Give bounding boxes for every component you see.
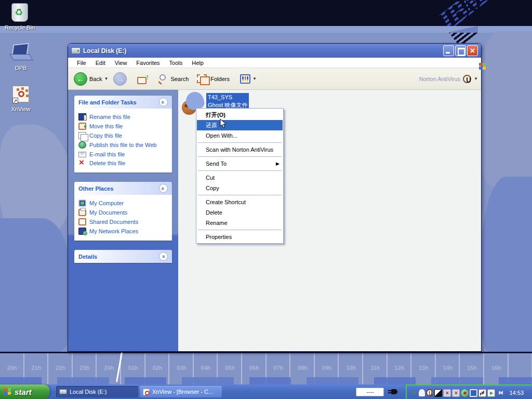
place-shared-documents[interactable]: Shared Documents	[78, 217, 169, 227]
folders-button[interactable]: Folders	[194, 73, 232, 85]
chevron-up-icon[interactable]: «	[159, 98, 168, 107]
submenu-arrow-icon: ▶	[276, 161, 280, 167]
task-email-this-file[interactable]: E-mail this file	[78, 150, 169, 158]
signal-error-tray-icon[interactable]: ×	[478, 389, 486, 397]
desktop: IBM 20h 21h 22h 23h 24h 01h 02h 03h 04h …	[0, 0, 532, 399]
menu-file[interactable]: File	[72, 59, 91, 67]
context-menu-item-open[interactable]: 打开(O)	[197, 110, 283, 120]
wallpaper-map-shape	[478, 31, 532, 187]
drive-icon	[59, 389, 67, 394]
window-title: Local Disk (E:)	[83, 47, 442, 55]
move-icon	[78, 123, 86, 130]
timezone-labels: 20h 21h 22h 23h 24h 01h 02h 03h 04h 05h …	[0, 365, 532, 371]
search-button[interactable]: Search	[155, 72, 191, 86]
publish-web-icon	[78, 141, 86, 149]
toolbar: ← Back ▼ → ↑ Search Folders	[68, 68, 481, 90]
desktop-icon-xnview[interactable]: ↗ XnView	[1, 85, 41, 112]
wallpaper-wedge	[447, 26, 478, 33]
taskbar-button-local-disk[interactable]: Local Disk (E:)	[56, 386, 138, 397]
details-header[interactable]: Details «	[74, 250, 172, 263]
chevron-down-icon[interactable]: «	[159, 252, 168, 261]
menu-separator	[198, 230, 282, 230]
email-icon	[78, 152, 86, 157]
context-menu-item-send-to[interactable]: Send To ▶	[197, 158, 283, 169]
network-disconnected-tray-icon[interactable]: ×	[452, 389, 460, 397]
details-box: Details «	[74, 250, 172, 263]
place-my-network-places[interactable]: My Network Places	[78, 227, 169, 236]
menu-tools[interactable]: Tools	[165, 59, 188, 67]
display-tray-icon[interactable]	[470, 389, 477, 397]
selected-file-label[interactable]: T43_SYS Ghost 映像文件	[206, 93, 249, 110]
copy-icon	[78, 132, 86, 139]
delete-icon	[78, 159, 86, 167]
back-dropdown-arrow[interactable]: ▼	[104, 76, 108, 81]
context-menu-item-create-shortcut[interactable]: Create Shortcut	[197, 197, 283, 207]
sync-arrow-tray-icon[interactable]: ↺	[410, 389, 418, 397]
views-dropdown-arrow[interactable]: ▼	[252, 76, 257, 81]
speaker-tray-icon[interactable]	[496, 389, 504, 397]
norton-antivirus-icon[interactable]	[463, 75, 471, 83]
taskbar-button-xnview[interactable]: XnView - [Browser - C...	[140, 386, 222, 397]
context-menu-item-scan-norton[interactable]: Scan with Norton AntiVirus	[197, 144, 283, 155]
menu-help[interactable]: Help	[187, 59, 208, 67]
back-button[interactable]: ← Back ▼	[71, 71, 111, 87]
system-tray-group: ---- ↺ × × ⊗ × ▶ 14:53	[356, 384, 532, 399]
norton-ghost-tray-icon[interactable]	[419, 389, 425, 396]
file-tasks-header[interactable]: File and Folder Tasks «	[74, 96, 172, 109]
forward-icon: →	[113, 72, 127, 86]
task-move-this-file[interactable]: Move this file	[78, 122, 169, 131]
minimize-button[interactable]	[443, 45, 454, 56]
menu-favorites[interactable]: Favorites	[131, 59, 164, 67]
rename-icon	[78, 113, 86, 121]
wallpaper-timezone-strip: 20h 21h 22h 23h 24h 01h 02h 03h 04h 05h …	[0, 352, 532, 384]
title-bar[interactable]: Local Disk (E:)	[68, 44, 481, 58]
up-folder-icon: ↑	[137, 74, 149, 84]
norton-antivirus-label: Norton AntiVirus	[419, 76, 460, 82]
menu-separator	[198, 195, 282, 195]
volume-manager-tray-icon[interactable]	[434, 389, 442, 397]
xnview-icon	[143, 389, 150, 395]
system-tray: ↺ × × ⊗ × ▶ 14:53	[406, 384, 532, 399]
context-menu-item-restore[interactable]: 还原	[197, 120, 283, 130]
task-copy-this-file[interactable]: Copy this file	[78, 131, 169, 140]
menu-separator	[198, 142, 282, 143]
context-menu-item-copy[interactable]: Copy	[197, 183, 283, 193]
task-publish-this-file[interactable]: Publish this file to the Web	[78, 140, 169, 150]
power-plug-icon[interactable]	[388, 388, 398, 395]
forward-button[interactable]: →	[111, 71, 129, 87]
views-button[interactable]: ▼	[237, 73, 259, 85]
task-delete-this-file[interactable]: Delete this file	[78, 158, 169, 168]
context-menu-item-cut[interactable]: Cut	[197, 172, 283, 183]
battery-indicator[interactable]: ----	[356, 388, 384, 396]
place-my-documents[interactable]: My Documents	[78, 208, 169, 217]
taskbar-clock[interactable]: 14:53	[509, 390, 524, 396]
context-menu-item-properties[interactable]: Properties	[197, 232, 283, 242]
network-places-icon	[78, 228, 86, 235]
recycle-bin-icon: ♻	[9, 3, 30, 23]
close-button[interactable]	[467, 45, 478, 56]
context-menu-item-rename[interactable]: Rename	[197, 218, 283, 228]
wireless-disconnected-tray-icon[interactable]: ×	[443, 389, 451, 397]
context-menu-item-open-with[interactable]: Open With...	[197, 130, 283, 141]
context-menu-item-delete[interactable]: Delete	[197, 207, 283, 218]
norton-antivirus-tray-icon[interactable]	[426, 389, 433, 396]
menu-bar: File Edit View Favorites Tools Help	[68, 58, 481, 68]
access-connections-tray-icon[interactable]: ▶	[487, 389, 495, 397]
desktop-icon-recycle-bin[interactable]: ♻ Recycle Bin	[0, 3, 39, 31]
maximize-button[interactable]	[455, 45, 466, 56]
wallpaper-map-shape	[0, 218, 70, 353]
start-button[interactable]: start	[0, 384, 50, 399]
timezone-skyline	[0, 377, 532, 384]
menu-view[interactable]: View	[110, 59, 132, 67]
place-my-computer[interactable]: My Computer	[78, 198, 169, 208]
up-button[interactable]: ↑	[135, 72, 151, 86]
status-error-tray-icon[interactable]: ⊗	[461, 389, 469, 397]
other-places-header[interactable]: Other Places «	[74, 182, 172, 195]
desktop-icon-dpb[interactable]: DPB	[1, 44, 41, 71]
norton-dropdown-arrow[interactable]: ▼	[474, 76, 478, 81]
menu-edit[interactable]: Edit	[91, 59, 110, 67]
task-rename-this-file[interactable]: Rename this file	[78, 112, 169, 122]
taskbar: start Local Disk (E:) XnView - [Browser …	[0, 384, 532, 399]
chevron-up-icon[interactable]: «	[159, 184, 168, 193]
my-computer-icon	[78, 200, 86, 207]
